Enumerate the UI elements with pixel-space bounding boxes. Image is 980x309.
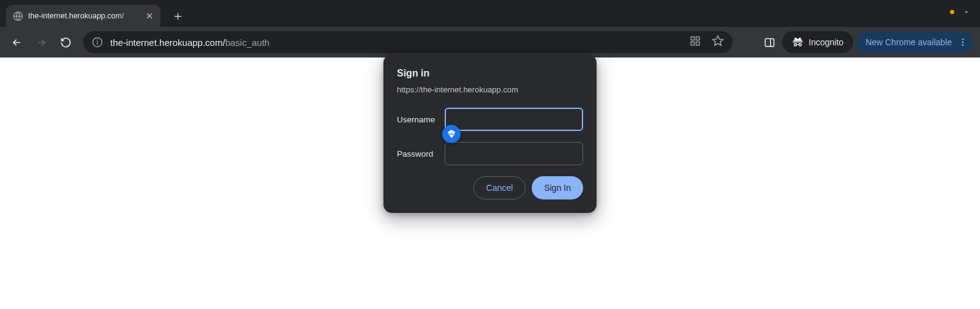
svg-rect-7 (696, 42, 699, 45)
username-label: Username (397, 115, 445, 124)
password-manager-icon[interactable] (442, 125, 461, 143)
password-label: Password (397, 149, 445, 158)
tab-search-button[interactable] (958, 4, 975, 21)
incognito-label: Incognito (809, 37, 843, 47)
svg-point-11 (799, 43, 801, 45)
globe-icon (12, 10, 23, 21)
tab-strip: the-internet.herokuapp.com/ (0, 0, 980, 27)
page-viewport: Sign in https://the-internet.herokuapp.c… (0, 58, 980, 309)
tab-title: the-internet.herokuapp.com/ (28, 12, 140, 20)
address-bar[interactable]: the-internet.herokuapp.com/basic_auth (83, 31, 733, 53)
svg-rect-5 (696, 37, 699, 40)
svg-rect-8 (765, 39, 774, 47)
svg-point-13 (962, 39, 964, 40)
notification-dot-icon (950, 10, 954, 14)
reload-button[interactable] (55, 32, 76, 53)
dialog-title: Sign in (397, 68, 583, 79)
auth-dialog: Sign in https://the-internet.herokuapp.c… (383, 54, 597, 213)
url-text: the-internet.herokuapp.com/basic_auth (110, 37, 270, 48)
site-info-icon[interactable] (92, 37, 103, 48)
username-input[interactable] (445, 108, 583, 131)
kebab-menu-icon[interactable] (958, 37, 968, 47)
cancel-button[interactable]: Cancel (473, 176, 526, 199)
svg-rect-12 (793, 40, 803, 41)
browser-tab[interactable]: the-internet.herokuapp.com/ (6, 5, 160, 27)
bookmark-icon[interactable] (712, 35, 724, 50)
incognito-indicator[interactable]: Incognito (782, 31, 853, 53)
svg-point-14 (962, 42, 964, 43)
svg-point-15 (962, 44, 964, 46)
update-chrome-button[interactable]: New Chrome available (856, 31, 974, 53)
dialog-origin: https://the-internet.herokuapp.com (397, 85, 583, 94)
side-panel-button[interactable] (759, 32, 780, 53)
toolbar: the-internet.herokuapp.com/basic_auth (0, 27, 980, 58)
svg-point-10 (794, 43, 796, 45)
close-icon[interactable] (145, 11, 154, 21)
forward-button[interactable] (31, 32, 51, 53)
signin-button[interactable]: Sign In (532, 176, 583, 199)
install-icon[interactable] (690, 35, 701, 49)
back-button[interactable] (6, 32, 27, 53)
svg-rect-6 (691, 42, 694, 45)
password-input[interactable] (445, 142, 583, 165)
svg-rect-4 (691, 37, 694, 40)
new-tab-button[interactable] (169, 7, 186, 24)
incognito-icon (792, 35, 804, 49)
svg-point-3 (97, 39, 98, 40)
update-label: New Chrome available (865, 37, 952, 47)
